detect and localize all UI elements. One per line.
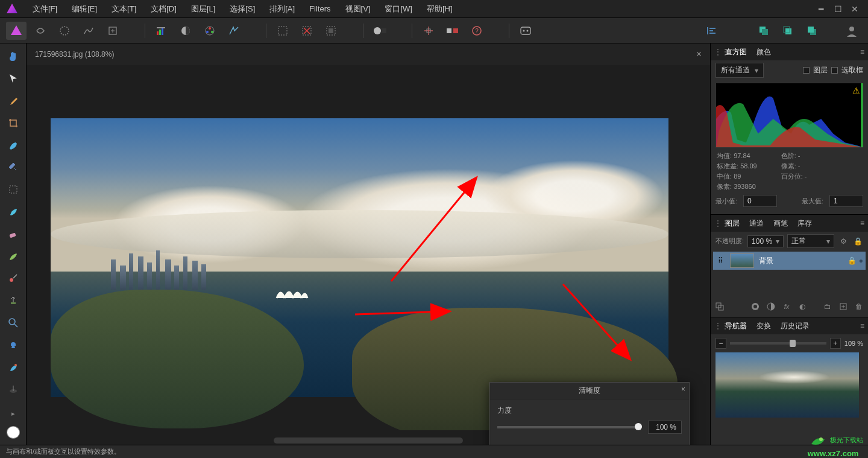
smudge-tool-icon[interactable] xyxy=(4,359,23,375)
window-minimize-icon[interactable]: ━ xyxy=(813,3,829,15)
document-tab-close-icon[interactable]: × xyxy=(696,49,702,60)
live-filter-icon[interactable]: ◐ xyxy=(797,301,808,312)
tool-sel-invert-icon[interactable] xyxy=(321,22,341,40)
tool-auto-wb-icon[interactable] xyxy=(224,22,244,40)
quickmask-icon[interactable] xyxy=(370,22,390,40)
menu-window[interactable]: 窗口[W] xyxy=(377,4,420,14)
layer-lock-icon[interactable]: 🔒 xyxy=(848,256,857,265)
channel-dropdown[interactable]: 所有通道▾ xyxy=(715,63,764,78)
zoom-in-button[interactable]: + xyxy=(830,338,841,349)
tab-history[interactable]: 历史记录 xyxy=(776,321,814,331)
gear-icon[interactable]: ⚙ xyxy=(838,236,849,247)
horizontal-scrollbar[interactable] xyxy=(274,437,463,444)
min-value-input[interactable]: 0 xyxy=(743,195,777,207)
lock-toggle-icon[interactable]: 🔒 xyxy=(852,236,863,247)
panel-grip-icon[interactable]: ⋮⋮ xyxy=(714,219,717,227)
flood-select-icon[interactable] xyxy=(4,159,23,176)
account-icon[interactable] xyxy=(841,22,862,40)
menu-select[interactable]: 选择[S] xyxy=(222,4,262,14)
add-layer-icon[interactable] xyxy=(838,301,849,312)
tool-expand-icon[interactable]: ▸ xyxy=(11,410,15,418)
marquee-tool-icon[interactable] xyxy=(4,182,23,198)
menu-arrange[interactable]: 排列[A] xyxy=(262,4,302,14)
tab-stock[interactable]: 库存 xyxy=(793,218,817,229)
move-tool-icon[interactable] xyxy=(4,71,23,87)
fx-icon[interactable]: fx xyxy=(781,301,792,312)
tab-brushes[interactable]: 画笔 xyxy=(769,218,793,229)
menu-text[interactable]: 文本[T] xyxy=(104,4,143,14)
zoom-out-button[interactable]: − xyxy=(715,338,726,349)
menu-filters[interactable]: Filters xyxy=(302,4,338,13)
retouch-tool-icon[interactable] xyxy=(4,381,23,398)
window-close-icon[interactable]: ✕ xyxy=(846,3,863,15)
align-left-icon[interactable] xyxy=(702,22,722,40)
dialog-titlebar[interactable]: 清晰度 × xyxy=(490,383,689,399)
group-icon[interactable]: 🗀 xyxy=(822,301,833,312)
menu-document[interactable]: 文档[D] xyxy=(143,4,184,14)
checkbox-layer[interactable] xyxy=(803,67,810,74)
zoom-slider[interactable] xyxy=(730,342,826,345)
persona-tonemap-icon[interactable] xyxy=(78,22,99,40)
tab-channels[interactable]: 通道 xyxy=(744,218,769,229)
navigator-thumbnail[interactable] xyxy=(715,352,859,418)
menu-view[interactable]: 视图[V] xyxy=(338,4,378,14)
arrange-back-icon[interactable] xyxy=(753,22,774,40)
tab-transform[interactable]: 变换 xyxy=(752,321,776,331)
layer-row[interactable]: ⠿ 背景 🔒● xyxy=(713,252,866,270)
checkbox-selection[interactable] xyxy=(831,67,838,74)
persona-liquify-icon[interactable] xyxy=(30,22,51,40)
paint-mixer-tool-icon[interactable] xyxy=(4,248,23,264)
assistant-icon[interactable]: ? xyxy=(467,22,487,40)
blend-mode-dropdown[interactable]: 正常▾ xyxy=(787,234,834,248)
menu-help[interactable]: 帮助[H] xyxy=(420,4,460,14)
layer-visible-icon[interactable]: ● xyxy=(859,256,863,265)
layer-merge-icon[interactable] xyxy=(714,301,725,312)
panel-menu-icon[interactable]: ≡ xyxy=(860,219,864,227)
healing-brush-icon[interactable] xyxy=(4,270,23,287)
tool-auto-levels-icon[interactable] xyxy=(151,22,172,40)
stamp-tool-icon[interactable] xyxy=(4,337,23,353)
menu-file[interactable]: 文件[F] xyxy=(25,4,64,14)
erase-tool-icon[interactable] xyxy=(4,226,23,242)
crop-tool-icon[interactable] xyxy=(4,115,23,131)
panel-menu-icon[interactable]: ≡ xyxy=(860,322,864,330)
stock-icon[interactable] xyxy=(515,22,536,40)
panel-grip-icon[interactable]: ⋮⋮ xyxy=(714,48,717,56)
panel-grip-icon[interactable]: ⋮⋮ xyxy=(714,322,717,330)
color-picker-tool-icon[interactable] xyxy=(4,93,23,109)
tool-auto-contrast-icon[interactable] xyxy=(175,22,196,40)
strength-slider[interactable] xyxy=(497,426,642,428)
selection-brush-icon[interactable] xyxy=(4,137,23,153)
tab-color[interactable]: 颜色 xyxy=(752,47,776,57)
canvas[interactable] xyxy=(27,65,710,430)
dodge-tool-icon[interactable] xyxy=(4,315,23,331)
layer-visibility-icon[interactable]: ⠿ xyxy=(715,256,725,265)
max-value-input[interactable]: 1 xyxy=(829,195,863,207)
foreground-color-swatch[interactable] xyxy=(7,426,20,439)
menu-layer[interactable]: 图层[L] xyxy=(184,4,222,14)
tool-sel-all-icon[interactable] xyxy=(272,22,293,40)
persona-photo-icon[interactable] xyxy=(6,22,27,40)
dialog-close-icon[interactable]: × xyxy=(681,385,685,393)
force-pixel-align-icon[interactable] xyxy=(442,22,463,40)
arrange-mid-icon[interactable] xyxy=(778,22,798,40)
persona-export-icon[interactable] xyxy=(102,22,123,40)
document-tab-label[interactable]: 171596831.jpg (108.8%) xyxy=(35,50,114,59)
tool-sel-none-icon[interactable] xyxy=(297,22,317,40)
tool-auto-colors-icon[interactable] xyxy=(200,22,220,40)
menu-edit[interactable]: 编辑[E] xyxy=(64,4,104,14)
delete-layer-icon[interactable]: 🗑 xyxy=(854,301,864,312)
strength-value-input[interactable]: 100 % xyxy=(648,421,682,434)
window-maximize-icon[interactable]: ☐ xyxy=(829,3,846,15)
adjustment-icon[interactable] xyxy=(766,301,776,312)
mask-icon[interactable] xyxy=(750,301,761,312)
clone-tool-icon[interactable] xyxy=(4,293,23,309)
snap-icon[interactable] xyxy=(418,22,439,40)
opacity-input[interactable]: 100 %▾ xyxy=(747,235,784,247)
panel-menu-icon[interactable]: ≡ xyxy=(860,48,864,56)
hand-tool-icon[interactable] xyxy=(4,48,23,65)
arrange-front-icon[interactable] xyxy=(802,22,822,40)
persona-develop-icon[interactable] xyxy=(54,22,75,40)
paint-brush-tool-icon[interactable] xyxy=(4,204,23,220)
svg-rect-23 xyxy=(521,27,530,34)
